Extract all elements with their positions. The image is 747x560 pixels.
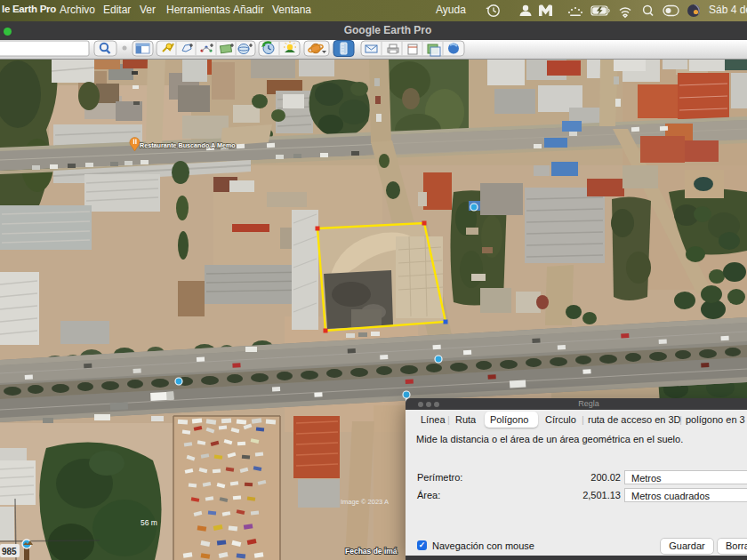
- svg-text:Image © 2023 A: Image © 2023 A: [341, 498, 389, 506]
- svg-text:Restaurante Buscando A Memo: Restaurante Buscando A Memo: [140, 141, 236, 149]
- svg-text:56 m: 56 m: [141, 518, 157, 527]
- svg-text:985: 985: [2, 547, 17, 556]
- svg-text:Fechas de imá: Fechas de imá: [345, 547, 398, 556]
